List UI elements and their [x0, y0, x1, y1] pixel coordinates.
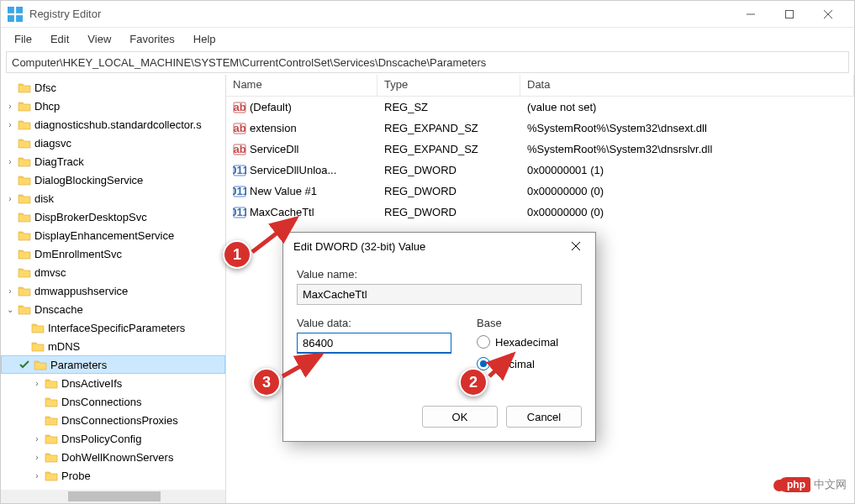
svg-rect-5 [786, 10, 794, 18]
maximize-button[interactable] [770, 2, 809, 27]
tree-node-label: disk [34, 192, 54, 205]
list-row[interactable]: 011ServiceDllUnloa...REG_DWORD0x00000001… [226, 160, 854, 181]
list-row[interactable]: abServiceDllREG_EXPAND_SZ%SystemRoot%\Sy… [226, 139, 854, 160]
close-icon [823, 9, 833, 19]
titlebar: Registry Editor [1, 1, 854, 28]
tree-node[interactable]: ›DnsActiveIfs [1, 374, 225, 392]
watermark: php 中文网 [778, 477, 847, 492]
svg-text:011: 011 [233, 185, 246, 197]
tree-node[interactable]: ›disk [1, 189, 225, 207]
menu-favorites[interactable]: Favorites [121, 30, 182, 48]
tree-node-label: DmEnrollmentSvc [34, 248, 122, 260]
tree-node[interactable]: ›Dhcp [1, 97, 225, 115]
address-text: Computer\HKEY_LOCAL_MACHINE\SYSTEM\Curre… [12, 56, 486, 69]
tree-node[interactable]: DmEnrollmentSvc [1, 244, 225, 263]
list-row[interactable]: 011New Value #1REG_DWORD0x00000000 (0) [226, 181, 854, 202]
svg-rect-0 [8, 7, 14, 13]
svg-line-24 [282, 354, 321, 376]
tree-node-label: Dnscache [34, 303, 83, 316]
address-bar[interactable]: Computer\HKEY_LOCAL_MACHINE\SYSTEM\Curre… [6, 51, 849, 73]
tree-horizontal-scrollbar[interactable] [1, 490, 225, 503]
list-row[interactable]: 011MaxCacheTtlREG_DWORD0x00000000 (0) [226, 202, 854, 223]
tree-node[interactable]: ›diagnosticshub.standardcollector.s [1, 115, 225, 134]
column-header-type[interactable]: Type [377, 75, 520, 96]
tree-node[interactable]: ›DohWellKnownServers [1, 448, 225, 466]
tree-node[interactable]: DnsConnectionsProxies [1, 411, 225, 429]
value-data: 0x00000000 (0) [520, 185, 854, 197]
menu-file[interactable]: File [6, 30, 40, 48]
tree-node-label: DiagTrack [34, 155, 84, 168]
tree-node[interactable]: dmvsc [1, 263, 225, 281]
tree-node[interactable]: ›DnsPolicyConfig [1, 429, 225, 448]
chevron-icon: ⌄ [4, 305, 16, 314]
tree-node-label: DispBrokerDesktopSvc [34, 211, 147, 223]
tree-node-label: diagnosticshub.standardcollector.s [34, 118, 202, 131]
tree-node[interactable]: Parameters [1, 355, 225, 374]
annotation-badge-1: 1 [223, 240, 251, 269]
tree-node[interactable]: diagsvc [1, 134, 225, 152]
tree-node[interactable]: Dfsc [1, 78, 225, 97]
tree-node[interactable]: InterfaceSpecificParameters [1, 318, 225, 337]
tree-node[interactable]: ⌄Dnscache [1, 300, 225, 318]
tree[interactable]: Dfsc›Dhcp›diagnosticshub.standardcollect… [1, 75, 225, 503]
tree-node-label: Probe [61, 470, 91, 482]
watermark-cn: 中文网 [814, 477, 847, 492]
app-icon [8, 7, 23, 22]
tree-node-label: Parameters [50, 359, 107, 371]
radio-hexadecimal[interactable]: Hexadecimal [477, 333, 582, 351]
svg-rect-1 [16, 7, 23, 13]
value-type: REG_EXPAND_SZ [377, 122, 520, 134]
tree-node[interactable]: DnsConnections [1, 392, 225, 411]
value-type: REG_DWORD [377, 164, 520, 176]
minimize-icon [746, 9, 756, 19]
window-title: Registry Editor [29, 8, 731, 20]
value-data: %SystemRoot%\System32\dnsrslvr.dll [520, 143, 854, 155]
tree-node-label: diagsvc [34, 137, 71, 150]
tree-node-label: Dhcp [34, 100, 60, 113]
svg-text:ab: ab [233, 143, 245, 155]
svg-line-23 [489, 354, 513, 376]
tree-node-label: DohWellKnownServers [61, 451, 173, 464]
dialog-close-button[interactable] [567, 237, 585, 255]
value-name: ServiceDllUnloa... [250, 164, 336, 176]
minimize-button[interactable] [731, 2, 770, 27]
svg-text:ab: ab [233, 122, 245, 134]
close-button[interactable] [809, 2, 847, 27]
chevron-icon: › [31, 434, 43, 444]
tree-panel: Dfsc›Dhcp›diagnosticshub.standardcollect… [1, 75, 226, 503]
ok-button[interactable]: OK [422, 406, 498, 428]
tree-node-label: dmwappushservice [34, 285, 128, 297]
tree-node[interactable]: mDNS [1, 337, 225, 355]
tree-node[interactable]: ›dmwappushservice [1, 281, 225, 300]
value-data: 0x00000000 (0) [520, 206, 854, 218]
tree-node[interactable]: DispBrokerDesktopSvc [1, 207, 225, 226]
value-name-label: Value name: [297, 268, 582, 281]
dialog-title: Edit DWORD (32-bit) Value [293, 240, 567, 253]
menubar: File Edit View Favorites Help [1, 28, 854, 50]
value-data: (value not set) [520, 101, 854, 113]
cancel-button[interactable]: Cancel [506, 406, 582, 428]
column-header-data[interactable]: Data [520, 75, 854, 96]
value-name-field[interactable] [297, 284, 582, 305]
list-row[interactable]: abextensionREG_EXPAND_SZ%SystemRoot%\Sys… [226, 118, 854, 139]
tree-node-label: DnsConnections [61, 396, 141, 408]
php-badge: php [778, 477, 810, 492]
scrollbar-thumb[interactable] [68, 491, 161, 501]
column-header-name[interactable]: Name [226, 75, 377, 96]
tree-node-label: DnsConnectionsProxies [61, 414, 178, 427]
svg-text:011: 011 [233, 164, 246, 176]
maximize-icon [784, 9, 794, 19]
menu-edit[interactable]: Edit [42, 30, 77, 48]
menu-view[interactable]: View [79, 30, 119, 48]
edit-dword-dialog: Edit DWORD (32-bit) Value Value name: Va… [282, 232, 596, 442]
tree-node[interactable]: ›Probe [1, 466, 225, 485]
list-header: Name Type Data [226, 75, 854, 97]
chevron-icon: › [4, 120, 16, 129]
tree-node[interactable]: DialogBlockingService [1, 171, 225, 189]
tree-node[interactable]: DisplayEnhancementService [1, 226, 225, 244]
list-row[interactable]: ab(Default)REG_SZ(value not set) [226, 97, 854, 118]
tree-node-label: mDNS [48, 340, 80, 353]
tree-node[interactable]: ›DiagTrack [1, 152, 225, 171]
menu-help[interactable]: Help [185, 30, 224, 48]
value-data: 0x00000001 (1) [520, 164, 854, 176]
